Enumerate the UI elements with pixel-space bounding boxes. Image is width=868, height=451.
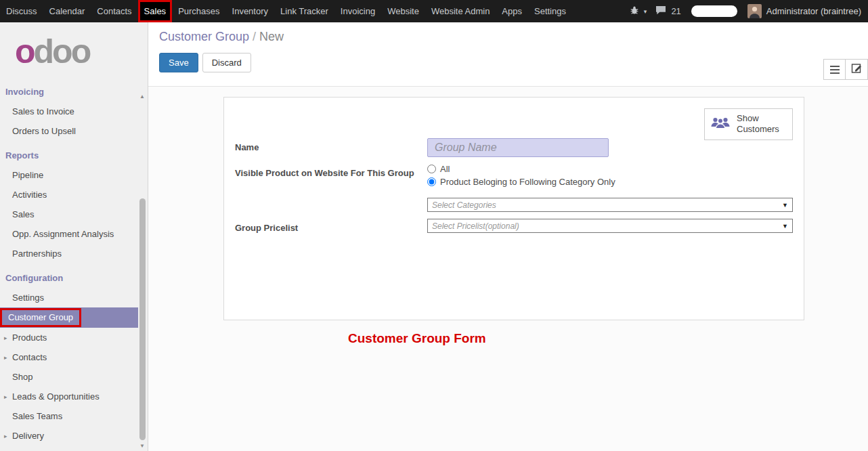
- sidebar-item-leads-opportunities[interactable]: ▸ Leads & Opportunities: [0, 387, 148, 406]
- nav-item-website-admin[interactable]: Website Admin: [425, 0, 496, 22]
- debug-caret-down-icon[interactable]: ▾: [644, 8, 647, 15]
- main-area: Customer Group/New Save Discard: [148, 22, 868, 451]
- sidebar-item-label: Leads & Opportunities: [12, 391, 100, 402]
- sidebar-item-label: Pipeline: [12, 170, 43, 180]
- categories-select-placeholder: Select Categories: [432, 200, 496, 210]
- form-view-edit-icon: [851, 62, 863, 77]
- sidebar-item-label: Products: [12, 332, 47, 343]
- dropdown-arrow-icon: ▼: [782, 202, 788, 209]
- expand-caret-icon: ▸: [4, 433, 12, 439]
- pricelist-select-placeholder: Select Pricelist(optional): [432, 221, 519, 231]
- sidebar-item-label: Activities: [12, 190, 47, 200]
- breadcrumb: Customer Group/New: [159, 30, 857, 44]
- section-title-invoicing: Invoicing: [0, 77, 148, 102]
- odoo-logo[interactable]: odoo: [0, 22, 148, 77]
- annotation-caption: Customer Group Form: [348, 331, 486, 346]
- sidebar-item-label: Sales to Invoice: [12, 106, 74, 116]
- pricelist-select[interactable]: Select Pricelist(optional) ▼: [427, 219, 793, 233]
- breadcrumb-current: New: [259, 30, 284, 43]
- sidebar-item-pipeline[interactable]: Pipeline: [0, 165, 148, 185]
- user-avatar[interactable]: [747, 4, 762, 18]
- timer-widget[interactable]: [691, 5, 737, 17]
- nav-item-contacts[interactable]: Contacts: [91, 0, 137, 22]
- show-customers-label: Show Customers: [737, 113, 787, 135]
- form-sheet: Show Customers Name Visible Product on W…: [223, 97, 804, 320]
- form-view-button[interactable]: [846, 59, 868, 80]
- debug-bug-icon[interactable]: [630, 5, 639, 17]
- sidebar-item-activities[interactable]: Activities: [0, 185, 148, 205]
- nav-item-link-tracker[interactable]: Link Tracker: [274, 0, 334, 22]
- pricelist-field-label: Group Pricelist: [235, 219, 427, 233]
- sidebar-item-label: Contacts: [12, 352, 47, 362]
- categories-select[interactable]: Select Categories ▼: [427, 198, 793, 212]
- sidebar-item-label: Sales: [12, 209, 35, 219]
- scroll-up-icon[interactable]: ▲: [139, 93, 145, 100]
- scrollbar-thumb[interactable]: [139, 198, 146, 440]
- form-content-area: Show Customers Name Visible Product on W…: [148, 87, 868, 346]
- breadcrumb-separator: /: [249, 30, 259, 43]
- sidebar-item-products[interactable]: ▸ Products: [0, 328, 148, 347]
- nav-item-calendar[interactable]: Calendar: [43, 0, 91, 22]
- sidebar-item-delivery[interactable]: ▸ Delivery: [0, 426, 148, 446]
- sidebar-item-orders-to-upsell[interactable]: Orders to Upsell: [0, 121, 148, 141]
- discard-button[interactable]: Discard: [202, 53, 251, 72]
- name-field-cell: [427, 138, 793, 157]
- app-window: Discuss Calendar Contacts Sales Purchase…: [0, 0, 868, 451]
- scroll-down-icon[interactable]: ▼: [139, 443, 145, 449]
- expand-caret-icon: ▸: [4, 393, 12, 400]
- name-field-label: Name: [235, 138, 427, 152]
- user-menu[interactable]: Administrator (braintree): [766, 6, 861, 16]
- list-view-button[interactable]: [823, 59, 846, 80]
- nav-item-apps[interactable]: Apps: [496, 0, 528, 22]
- sidebar-item-label: Partnerships: [12, 249, 62, 259]
- messages-chat-icon[interactable]: [655, 5, 666, 17]
- visibility-all-radio[interactable]: [427, 165, 436, 173]
- nav-item-discuss[interactable]: Discuss: [0, 0, 43, 22]
- sidebar-item-customer-group[interactable]: Customer Group: [0, 307, 138, 328]
- nav-item-invoicing[interactable]: Invoicing: [334, 0, 381, 22]
- customers-group-icon: [710, 116, 731, 133]
- expand-caret-icon: ▸: [4, 335, 12, 341]
- save-button[interactable]: Save: [159, 53, 198, 72]
- view-switcher: [823, 59, 868, 80]
- sidebar-item-label: Delivery: [12, 431, 44, 441]
- sidebar-item-label: Shop: [12, 372, 32, 382]
- nav-item-inventory[interactable]: Inventory: [226, 0, 274, 22]
- nav-item-purchases[interactable]: Purchases: [172, 0, 225, 22]
- sidebar-item-shop[interactable]: Shop: [0, 367, 148, 387]
- visibility-field-label: Visible Product on Website For This Grou…: [235, 164, 427, 178]
- sidebar-menu: Invoicing Sales to Invoice Orders to Ups…: [0, 77, 148, 446]
- visibility-option-category: Product Beloging to Following Category O…: [427, 177, 793, 187]
- form-action-buttons: Save Discard: [159, 53, 857, 72]
- sidebar-item-sales-teams[interactable]: Sales Teams: [0, 406, 148, 426]
- logo-rest: doo: [34, 33, 90, 70]
- nav-item-sales[interactable]: Sales: [138, 0, 173, 22]
- sidebar-item-contacts[interactable]: ▸ Contacts: [0, 347, 148, 367]
- dropdown-arrow-icon: ▼: [782, 223, 788, 230]
- control-panel: Customer Group/New Save Discard: [148, 22, 868, 87]
- logo-first-letter: o: [15, 33, 34, 70]
- nav-item-website[interactable]: Website: [381, 0, 425, 22]
- visibility-category-radio[interactable]: [427, 177, 436, 186]
- group-name-input[interactable]: [427, 138, 609, 157]
- sidebar-item-settings[interactable]: Settings: [0, 288, 148, 307]
- messages-count-badge[interactable]: 21: [671, 6, 680, 16]
- sidebar-item-opp-assignment-analysis[interactable]: Opp. Assignment Analysis: [0, 224, 148, 244]
- sidebar-item-label: Sales Teams: [12, 411, 62, 421]
- sidebar-item-label: Settings: [12, 293, 44, 303]
- breadcrumb-parent-link[interactable]: Customer Group: [159, 30, 249, 43]
- visibility-category-label[interactable]: Product Beloging to Following Category O…: [440, 177, 615, 187]
- sidebar: odoo Invoicing Sales to Invoice Orders t…: [0, 22, 148, 451]
- nav-item-settings[interactable]: Settings: [528, 0, 572, 22]
- top-navbar: Discuss Calendar Contacts Sales Purchase…: [0, 0, 868, 22]
- sidebar-item-partnerships[interactable]: Partnerships: [0, 244, 148, 263]
- sidebar-scrollbar: ▲ ▼: [137, 93, 148, 451]
- visibility-all-label[interactable]: All: [440, 164, 450, 174]
- sidebar-item-label: Opp. Assignment Analysis: [12, 229, 114, 239]
- form-fields: Name Visible Product on Website For This…: [235, 138, 793, 233]
- section-title-configuration: Configuration: [0, 263, 148, 288]
- sidebar-item-sales[interactable]: Sales: [0, 205, 148, 224]
- show-customers-button[interactable]: Show Customers: [704, 108, 793, 140]
- sidebar-item-sales-to-invoice[interactable]: Sales to Invoice: [0, 102, 148, 121]
- navbar-right-zone: ▾ 21 Administrator (braintree): [630, 0, 868, 22]
